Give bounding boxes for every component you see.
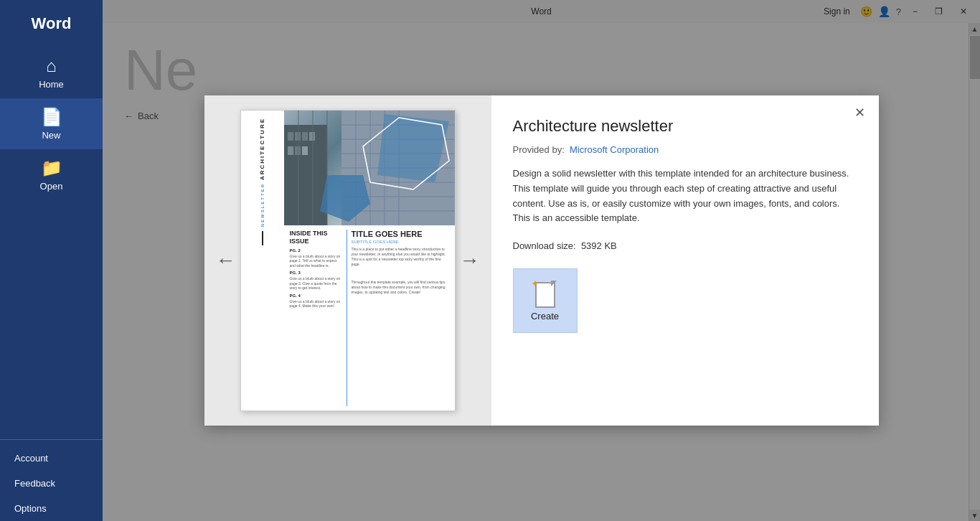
download-size-value: 5392 KB [581,240,617,251]
template-inside-label: INSIDE THIS ISSUE [290,230,342,245]
template-hero-image [284,111,455,225]
provider-label: Provided by: [513,144,565,155]
svg-rect-5 [288,146,293,155]
main-content: Word Sign in 🙂 👤 ? − ❐ ✕ Ne ← Back ✕ ← [103,0,980,521]
download-size-info: Download size: 5392 KB [513,240,857,251]
template-body2: Throughout this template example, you wi… [352,280,449,295]
template-architecture-text: ARCHITECTURE [259,118,265,180]
template-sidebar-text: INSIDE THIS ISSUE PG. 2 Give us a blurb … [290,230,347,406]
prev-template-button[interactable]: ← [210,243,242,278]
template-thumbnail: ARCHITECTURE NEWSLETTER [240,110,456,411]
app-title: Word [0,7,103,47]
svg-rect-3 [302,132,308,141]
file-corner-icon [551,281,557,286]
download-label: Download size: [513,240,576,251]
sidebar-bottom: Account Feedback Options [0,439,103,521]
template-title: TITLE GOES HERE [352,230,449,238]
template-pg4-text: Give us a blurb about a story on page 4.… [290,299,342,309]
modal-overlay: ✕ ← ARCHITECTURE NEWSLETTER [103,0,980,521]
sidebar-item-home[interactable]: ⌂ Home [0,47,103,98]
template-description: Design a solid newsletter with this temp… [513,166,857,226]
home-icon: ⌂ [46,56,57,76]
template-line-decoration [262,231,263,245]
sidebar-item-new[interactable]: 📄 New [0,98,103,149]
template-right-content: INSIDE THIS ISSUE PG. 2 Give us a blurb … [284,111,455,410]
template-provider: Provided by: Microsoft Corporation [513,144,857,155]
sidebar-item-label-home: Home [39,79,64,90]
template-main-text: TITLE GOES HERE SUBTITLE GOES HERE This … [347,230,449,406]
sidebar-item-options[interactable]: Options [0,496,103,521]
sidebar-item-label-new: New [42,130,60,141]
template-info-panel: Architecture newsletter Provided by: Mic… [491,95,879,426]
template-detail-modal: ✕ ← ARCHITECTURE NEWSLETTER [204,95,879,426]
sidebar-item-label-open: Open [40,181,63,192]
create-button[interactable]: ✦ Create [513,268,578,333]
template-left-column: ARCHITECTURE NEWSLETTER [241,111,284,410]
template-preview-area: ← ARCHITECTURE NEWSLETTER [204,95,491,426]
folder-icon: 📁 [41,158,62,178]
svg-rect-6 [295,146,301,155]
next-template-button[interactable]: → [454,243,486,278]
template-subtitle: SUBTITLE GOES HERE [352,240,449,244]
template-pg3-text: Give us a blurb about a story on page 3.… [290,276,342,291]
svg-rect-4 [309,132,315,141]
create-file-icon: ✦ [534,281,557,308]
create-label: Create [531,311,559,321]
sidebar-item-feedback[interactable]: Feedback [0,471,103,496]
svg-rect-2 [295,132,301,141]
template-title-heading: Architecture newsletter [513,117,857,136]
provider-link[interactable]: Microsoft Corporation [570,144,659,155]
modal-close-button[interactable]: ✕ [850,103,870,123]
svg-rect-7 [302,146,308,155]
template-content-area: INSIDE THIS ISSUE PG. 2 Give us a blurb … [284,225,455,410]
template-newsletter-text: NEWSLETTER [260,183,265,227]
template-hero-bg [284,111,455,225]
template-pg2-label: PG. 2 [290,248,342,253]
sidebar-item-account[interactable]: Account [0,446,103,471]
modal-body: ← ARCHITECTURE NEWSLETTER [204,95,879,426]
sidebar: Word ⌂ Home 📄 New 📁 Open Account Feedbac… [0,0,103,521]
svg-rect-1 [288,132,293,141]
template-pg2-text: Give us a blurb about a story on page 2.… [290,254,342,268]
new-document-icon: 📄 [41,107,62,127]
template-pg4-label: PG. 4 [290,294,342,298]
sidebar-item-open[interactable]: 📁 Open [0,149,103,200]
template-body1: This is a place to put either a headline… [352,247,449,267]
template-pg3-label: PG. 3 [290,271,342,275]
